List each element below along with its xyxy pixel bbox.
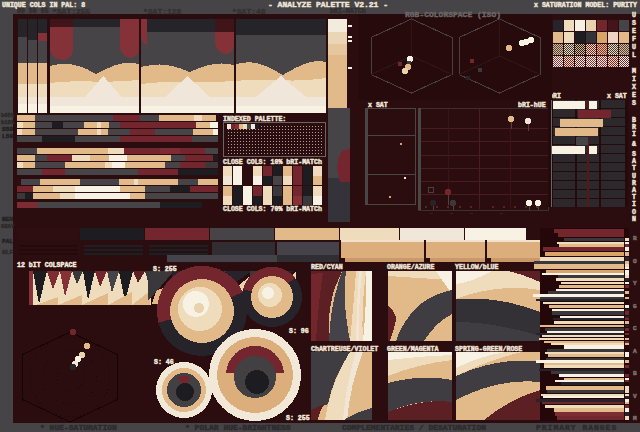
svg-text:U: U — [632, 173, 636, 180]
svg-text:B: B — [632, 117, 636, 124]
svg-text:R0 S0 85: R0 S0 85 — [17, 8, 49, 15]
svg-text:b10%: b10% — [1, 119, 15, 126]
svg-text:U: U — [632, 44, 636, 51]
svg-text:S: 255: S: 255 — [153, 266, 177, 273]
svg-text:S: 96: S: 96 — [289, 328, 309, 335]
svg-text:T: T — [632, 194, 636, 201]
svg-text:GREEN/MAGENTA: GREEN/MAGENTA — [387, 346, 438, 353]
svg-text:E: E — [632, 92, 636, 99]
svg-text:* HUE-SATURATION: * HUE-SATURATION — [40, 423, 117, 432]
svg-text:L: L — [632, 52, 636, 59]
svg-text:COMPLEMENTARIES / DESATURATION: COMPLEMENTARIES / DESATURATION — [342, 423, 486, 432]
svg-text:L50: L50 — [2, 133, 13, 140]
svg-text:RED/CYAN: RED/CYAN — [311, 264, 343, 271]
svg-text:Y: Y — [633, 280, 637, 287]
svg-text:SPRING-GREEN/ROSE: SPRING-GREEN/ROSE — [455, 346, 522, 353]
svg-text:I: I — [632, 201, 636, 208]
svg-text:A: A — [632, 158, 636, 165]
svg-text:I: I — [632, 76, 636, 83]
svg-text:N: N — [632, 216, 636, 223]
svg-text:C: C — [633, 325, 637, 332]
svg-text:B: B — [633, 370, 637, 377]
svg-text:NEU: NEU — [2, 216, 13, 223]
svg-text:&: & — [632, 141, 636, 148]
svg-text:*SAT:48: *SAT:48 — [232, 7, 266, 16]
svg-text:S: S — [632, 100, 636, 107]
svg-text:S: 255: S: 255 — [286, 415, 310, 422]
svg-text:S50: S50 — [2, 126, 13, 133]
svg-text:RGB-COLORSPACE (ISO): RGB-COLORSPACE (ISO) — [405, 10, 501, 19]
svg-text:*SAT:255: *SAT:255 — [52, 7, 91, 16]
svg-text:- ANALYZE PALETTE V2.21 -: - ANALYZE PALETTE V2.21 - — [268, 0, 388, 9]
svg-text:E: E — [632, 28, 636, 35]
svg-text:bRI-MATCh: bRI-MATCh — [330, 8, 366, 15]
svg-text:HLF: HLF — [2, 249, 13, 256]
svg-text:12 bIT COLSPACE: 12 bIT COLSPACE — [17, 262, 76, 269]
svg-text:PRIMARY RANGES: PRIMARY RANGES — [536, 423, 617, 432]
svg-text:x SATURATION MODEL: PURITY: x SATURATION MODEL: PURITY — [534, 2, 637, 9]
svg-text:A: A — [633, 348, 637, 355]
svg-text:A: A — [632, 187, 636, 194]
svg-text:O: O — [633, 258, 637, 265]
svg-text:PAL: PAL — [2, 238, 13, 245]
svg-text:F: F — [632, 36, 636, 43]
svg-text:S: S — [632, 20, 636, 27]
svg-text:CLOSE COLS: 70% bRI-MATCh: CLOSE COLS: 70% bRI-MATCh — [223, 206, 322, 213]
svg-text:M: M — [632, 68, 636, 75]
svg-text:X: X — [632, 84, 636, 91]
svg-text:O: O — [632, 209, 636, 216]
svg-text:S: 46: S: 46 — [154, 359, 174, 366]
svg-text:YELLOW/bLUE: YELLOW/bLUE — [455, 264, 499, 271]
svg-text:*SAT:128: *SAT:128 — [143, 7, 182, 16]
svg-text:U: U — [632, 12, 636, 19]
svg-text:G: G — [633, 303, 637, 310]
svg-text:* POLAR HUE-BRIGHTNESS: * POLAR HUE-BRIGHTNESS — [185, 423, 291, 432]
svg-text:R: R — [632, 124, 636, 131]
svg-text:ChARTREUSE/VIOLET: ChARTREUSE/VIOLET — [311, 346, 378, 353]
svg-text:ORANGE/AZURE: ORANGE/AZURE — [387, 264, 435, 271]
svg-text:b65%: b65% — [1, 112, 15, 119]
svg-text:T: T — [632, 165, 636, 172]
svg-text:V: V — [633, 393, 637, 400]
svg-text:GRAY: GRAY — [1, 223, 15, 230]
svg-text:M: M — [633, 415, 637, 422]
svg-text:R: R — [633, 235, 637, 242]
svg-text:I: I — [632, 131, 636, 138]
svg-text:R: R — [632, 180, 636, 187]
svg-text:CLOSE COLS: 10% bRI-MATCh: CLOSE COLS: 10% bRI-MATCh — [223, 159, 322, 166]
svg-text:x SAT: x SAT — [607, 93, 627, 100]
svg-text:S: S — [632, 151, 636, 158]
